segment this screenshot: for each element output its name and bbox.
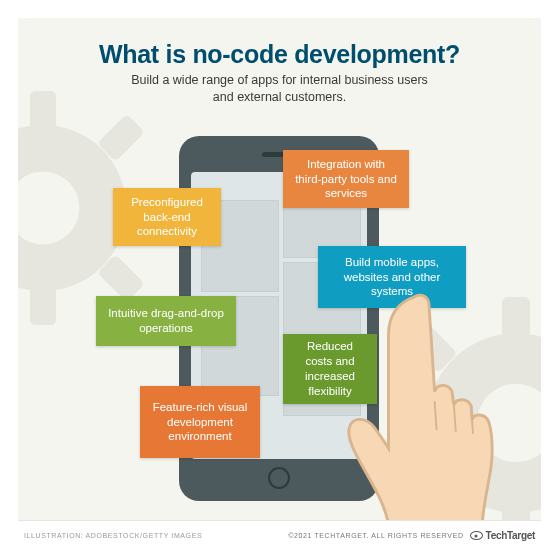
subtitle-line-2: and external customers. [213,90,346,104]
page-title: What is no-code development? [18,40,541,69]
page-subtitle: Build a wide range of apps for internal … [18,72,541,106]
callout-integration: Integration with third-party tools and s… [283,150,409,208]
callout-drag-drop: Intuitive drag-and-drop operations [96,296,236,346]
footer: ILLUSTRATION: ADOBESTOCK/GETTY IMAGES ©2… [18,520,541,550]
footer-copyright: ©2021 TECHTARGET. ALL RIGHTS RESERVED [288,532,463,539]
infographic-canvas: What is no-code development? Build a wid… [18,18,541,520]
hand-pointer-icon [341,280,511,520]
subtitle-line-1: Build a wide range of apps for internal … [131,73,428,87]
callout-feature-rich: Feature-rich visual development environm… [140,386,260,458]
callout-backend: Preconfigured back-end connectivity [113,188,221,246]
eye-icon [470,531,483,540]
footer-credit-right: ©2021 TECHTARGET. ALL RIGHTS RESERVED Te… [288,530,535,541]
footer-credit-left: ILLUSTRATION: ADOBESTOCK/GETTY IMAGES [24,532,202,539]
techtarget-logo: TechTarget [470,530,535,541]
home-button-icon [268,467,290,489]
brand-name: TechTarget [486,530,535,541]
svg-rect-2 [30,283,56,325]
